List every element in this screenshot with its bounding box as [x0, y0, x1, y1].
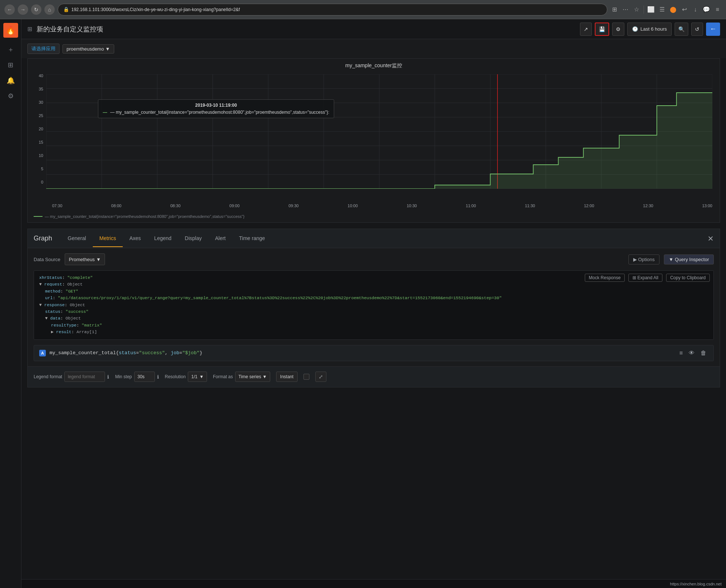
sidebar-item-dashboard[interactable]: ⊞ — [4, 58, 17, 72]
json-toggle-result[interactable]: ▶ — [51, 329, 54, 334]
legend-format-info-icon[interactable]: ℹ — [107, 374, 109, 380]
query-format-button[interactable]: ≡ — [678, 349, 685, 357]
json-toggle-response[interactable]: ▼ — [39, 302, 42, 307]
query-inspector-panel: Mock Response ⊞ Expand All Copy to Clipb… — [34, 270, 714, 340]
menu-icon[interactable]: ⋯ — [621, 6, 630, 14]
query-input[interactable]: my_sample_counter_total{status="success"… — [50, 350, 674, 356]
legend-text: — my_sample_counter_total{instance="prom… — [45, 214, 244, 219]
copy-clipboard-button[interactable]: Copy to Clipboard — [666, 274, 710, 282]
x-label-1230: 12:30 — [643, 204, 654, 208]
query-label-status-val: "success" — [139, 350, 165, 356]
more-icon[interactable]: ≡ — [713, 6, 722, 14]
back-to-dashboard-button[interactable]: ← — [706, 23, 720, 36]
legend-format-input[interactable] — [64, 372, 105, 382]
min-step-label: Min step — [115, 374, 132, 379]
metrics-body: Data Source Prometheus ▼ ▶ Options ▼ Que… — [28, 248, 720, 366]
query-inspector-button[interactable]: ▼ Query Inspector — [664, 254, 714, 264]
json-val-method: "GET" — [65, 289, 78, 294]
download-icon[interactable]: ↓ — [691, 6, 699, 14]
json-line-data: ▼ data: Object — [39, 315, 708, 322]
reader-icon[interactable]: ☰ — [658, 6, 666, 14]
url-bar[interactable]: 🔒 192.168.1.101:3000/d/woxrsLCiz/xin-de-… — [58, 4, 607, 16]
browser-chrome: ← → ↻ ⌂ 🔒 192.168.1.101:3000/d/woxrsLCiz… — [0, 0, 726, 19]
instant-checkbox[interactable] — [303, 374, 309, 380]
options-button[interactable]: ▶ Options — [628, 254, 659, 264]
logo-icon: 🔥 — [6, 25, 16, 35]
json-toggle-data[interactable]: ▼ — [45, 316, 48, 321]
refresh-button[interactable]: ↺ — [691, 23, 703, 36]
y-label-35: 35 — [39, 87, 43, 91]
page-title: 新的业务自定义监控项 — [37, 25, 576, 34]
sync-icon[interactable]: ↩ — [680, 6, 688, 14]
settings-button[interactable]: ⚙ — [612, 23, 624, 36]
min-step-info-icon[interactable]: ℹ — [157, 374, 159, 380]
json-key-request: request — [44, 282, 62, 287]
app-selector[interactable]: proemtheusdemo ▼ — [62, 44, 114, 54]
firefox-icon: ⬤ — [669, 6, 677, 14]
json-key-xhr: xhrStatus — [39, 275, 62, 280]
min-step-input[interactable] — [134, 372, 155, 382]
forward-button[interactable]: → — [18, 4, 28, 15]
json-val-url: "api/datasources/proxy/1/api/v1/query_ra… — [58, 295, 502, 300]
json-toggle-request[interactable]: ▼ — [39, 282, 42, 287]
chart-wrapper: my_sample_counter监控 2019-03-10 11:19:00 … — [27, 58, 720, 223]
expand-all-button[interactable]: ⊞ Expand All — [628, 274, 662, 282]
json-val-resulttype: "matrix" — [82, 323, 102, 328]
query-visibility-button[interactable]: 👁 — [687, 349, 696, 357]
mock-response-button[interactable]: Mock Response — [585, 274, 625, 282]
y-label-20: 20 — [39, 127, 43, 131]
json-line-url: url: "api/datasources/proxy/1/api/v1/que… — [39, 295, 708, 301]
query-letter: A — [39, 350, 46, 356]
extension-icon[interactable]: ⊞ — [610, 6, 618, 14]
save-button[interactable]: 💾 — [595, 23, 609, 36]
share-button[interactable]: ↗ — [580, 23, 592, 36]
chart-tooltip: 2019-03-10 11:19:00 — — my_sample_counte… — [98, 99, 334, 118]
y-label-40: 40 — [39, 74, 43, 78]
datasource-value: Prometheus ▼ — [69, 257, 101, 262]
chart-svg — [46, 74, 712, 189]
home-button[interactable]: ⌂ — [44, 4, 55, 15]
tab-general[interactable]: General — [61, 230, 93, 247]
x-axis: 07:30 08:00 08:30 09:00 09:30 10:00 10:3… — [28, 204, 720, 211]
content-area: 请选择应用 proemtheusdemo ▼ my_sample_counter… — [21, 39, 726, 579]
external-link-button[interactable]: ⤢ — [315, 372, 326, 382]
refresh-button[interactable]: ↻ — [31, 4, 41, 15]
panel-tabs: General Metrics Axes Legend Display Aler… — [61, 230, 272, 247]
options-label: ▶ Options — [633, 257, 655, 262]
x-label-0730: 07:30 — [52, 204, 62, 208]
tab-alert[interactable]: Alert — [208, 230, 233, 247]
json-line-response: ▼ response: Object — [39, 302, 708, 308]
time-range-button[interactable]: 🕐 Last 6 hours — [627, 23, 672, 36]
back-button[interactable]: ← — [4, 4, 15, 15]
tab-legend[interactable]: Legend — [147, 230, 178, 247]
resolution-select[interactable]: 1/1 ▼ — [188, 372, 207, 382]
tab-time-range[interactable]: Time range — [233, 230, 272, 247]
format-as-select[interactable]: Time series ▼ — [235, 372, 270, 382]
tab-display[interactable]: Display — [178, 230, 208, 247]
y-label-0: 0 — [41, 180, 43, 184]
y-label-15: 15 — [39, 140, 43, 144]
tab-metrics[interactable]: Metrics — [93, 230, 123, 247]
x-label-1030: 10:30 — [407, 204, 417, 208]
query-metric-text: my_sample_counter_total — [50, 350, 116, 356]
query-row-a: A my_sample_counter_total{status="succes… — [34, 345, 714, 361]
sidebar-item-alert[interactable]: 🔔 — [4, 74, 17, 87]
sidebar-item-settings[interactable]: ⚙ — [4, 89, 17, 103]
extensions-icon[interactable]: ⬜ — [647, 6, 655, 14]
sidebar-item-add[interactable]: ＋ — [4, 43, 17, 56]
resolution-label: Resolution — [165, 374, 186, 379]
search-button[interactable]: 🔍 — [675, 23, 688, 36]
panel-close-button[interactable]: ✕ — [708, 234, 714, 243]
query-delete-button[interactable]: 🗑 — [699, 349, 708, 357]
choose-app-tag[interactable]: 请选择应用 — [27, 44, 60, 54]
json-val-status: "success" — [65, 309, 88, 314]
tooltip-series: — — my_sample_counter_total{instance="pr… — [103, 110, 329, 115]
tab-axes[interactable]: Axes — [123, 230, 147, 247]
x-label-0930: 09:30 — [288, 204, 299, 208]
query-label-status-key: status — [119, 350, 136, 356]
chat-icon[interactable]: 💬 — [702, 6, 710, 14]
legend-color — [34, 216, 43, 217]
instant-button[interactable]: Instant — [276, 372, 298, 382]
datasource-select[interactable]: Prometheus ▼ — [65, 253, 105, 265]
bookmark-icon[interactable]: ☆ — [632, 6, 641, 14]
